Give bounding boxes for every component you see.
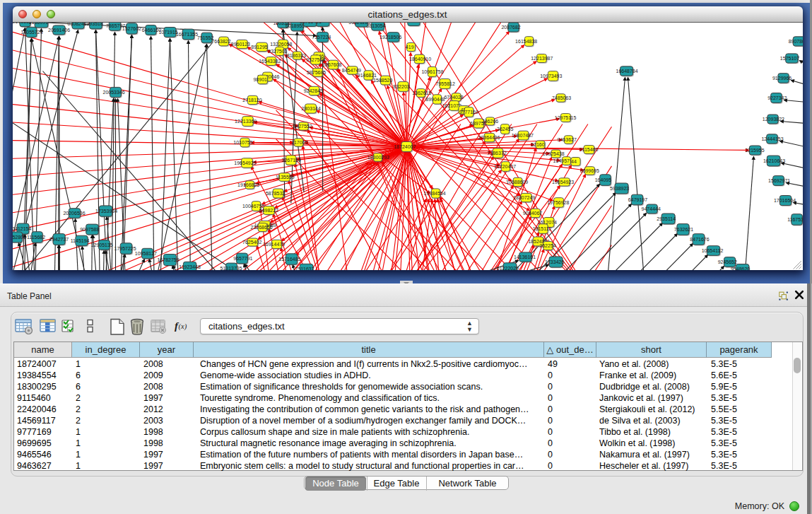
svg-text:(x): (x) <box>179 322 187 331</box>
svg-text:10961758: 10961758 <box>421 69 443 74</box>
svg-text:9327503: 9327503 <box>268 48 287 53</box>
svg-text:20364436: 20364436 <box>478 134 500 139</box>
svg-text:16782759: 16782759 <box>157 257 179 262</box>
svg-text:56321223: 56321223 <box>348 23 370 25</box>
svg-text:14055724: 14055724 <box>20 29 42 34</box>
svg-text:2867608: 2867608 <box>322 62 341 66</box>
svg-text:7632621: 7632621 <box>673 226 693 231</box>
svg-text:12213369: 12213369 <box>235 118 257 123</box>
svg-text:15716485: 15716485 <box>278 256 300 261</box>
svg-text:7625402: 7625402 <box>242 239 261 244</box>
svg-text:7955812: 7955812 <box>435 81 454 86</box>
svg-text:9242845: 9242845 <box>303 88 322 93</box>
svg-text:7357224: 7357224 <box>312 34 331 39</box>
svg-text:1993518: 1993518 <box>83 23 102 26</box>
svg-text:12444153: 12444153 <box>761 136 783 141</box>
svg-text:1527602: 1527602 <box>122 25 141 30</box>
svg-text:6794028: 6794028 <box>444 94 463 99</box>
svg-text:5938923: 5938923 <box>609 185 628 190</box>
svg-text:7511637: 7511637 <box>295 266 314 270</box>
svg-text:10807487: 10807487 <box>511 132 533 137</box>
svg-text:9474444: 9474444 <box>641 206 660 211</box>
svg-text:16671355: 16671355 <box>175 31 197 36</box>
svg-text:9129966: 9129966 <box>772 75 791 80</box>
svg-text:3852808: 3852808 <box>13 234 26 239</box>
svg-text:1145194: 1145194 <box>70 238 89 243</box>
svg-text:164095: 164095 <box>594 177 611 182</box>
svg-text:11923448: 11923448 <box>179 264 201 269</box>
svg-text:2935114: 2935114 <box>657 216 676 221</box>
svg-text:15692971: 15692971 <box>768 177 790 182</box>
svg-text:10958127: 10958127 <box>134 250 156 255</box>
svg-text:1733426: 1733426 <box>545 259 564 264</box>
svg-text:1115682: 1115682 <box>26 234 45 239</box>
svg-text:9146821: 9146821 <box>357 72 376 77</box>
svg-text:1010755: 1010755 <box>233 139 252 144</box>
svg-text:5875685: 5875685 <box>306 69 325 74</box>
svg-text:16154838: 16154838 <box>515 38 537 43</box>
svg-text:9777169: 9777169 <box>459 109 478 114</box>
svg-text:9463627: 9463627 <box>557 136 576 141</box>
svg-text:18640910: 18640910 <box>409 56 431 61</box>
svg-text:2087682: 2087682 <box>501 24 520 29</box>
svg-text:19166825: 19166825 <box>237 182 259 187</box>
svg-text:9227342: 9227342 <box>767 95 787 100</box>
svg-text:8471676: 8471676 <box>690 236 709 241</box>
svg-text:419: 419 <box>405 44 413 49</box>
svg-text:20206536: 20206536 <box>63 210 85 215</box>
svg-text:12768426: 12768426 <box>300 23 322 24</box>
svg-text:9699695: 9699695 <box>579 168 599 173</box>
svg-text:16914479: 16914479 <box>262 241 284 246</box>
svg-text:3267150: 3267150 <box>281 157 300 162</box>
svg-text:17016504: 17016504 <box>773 197 795 202</box>
svg-text:9097588: 9097588 <box>80 226 99 231</box>
svg-text:3186091: 3186091 <box>28 23 47 25</box>
svg-text:5878532: 5878532 <box>265 190 284 195</box>
svg-text:14136161: 14136161 <box>514 254 536 259</box>
svg-text:12093822: 12093822 <box>762 116 784 121</box>
svg-text:61222029: 61222029 <box>496 265 518 270</box>
svg-text:746266: 746266 <box>481 118 498 123</box>
svg-text:891295: 891295 <box>251 44 267 49</box>
svg-text:23268656: 23268656 <box>250 224 272 229</box>
svg-text:9548620: 9548620 <box>730 266 749 270</box>
svg-text:18724007: 18724007 <box>394 144 416 148</box>
svg-text:10025438: 10025438 <box>542 151 564 156</box>
svg-text:362455: 362455 <box>497 126 513 131</box>
svg-text:12975115: 12975115 <box>554 115 576 119</box>
svg-text:44: 44 <box>571 158 577 163</box>
svg-text:17957225: 17957225 <box>114 245 136 250</box>
svg-text:18807249: 18807249 <box>513 194 535 199</box>
svg-text:16210643: 16210643 <box>763 158 784 163</box>
svg-text:4402685: 4402685 <box>402 23 421 23</box>
svg-text:1135559: 1135559 <box>275 174 294 179</box>
svg-text:18300293: 18300293 <box>367 154 389 159</box>
svg-text:8907866: 8907866 <box>788 38 802 43</box>
svg-text:9245652: 9245652 <box>717 259 736 264</box>
svg-text:1071915: 1071915 <box>158 29 177 34</box>
svg-text:9327508: 9327508 <box>305 57 324 62</box>
svg-text:19654923: 19654923 <box>552 179 574 184</box>
svg-text:13226058: 13226058 <box>270 41 292 46</box>
svg-text:217005: 217005 <box>291 139 307 144</box>
svg-text:10654112: 10654112 <box>701 247 723 252</box>
svg-text:832203: 832203 <box>393 83 409 88</box>
svg-text:2942737: 2942737 <box>49 236 68 241</box>
svg-text:8454749: 8454749 <box>341 67 360 72</box>
svg-text:1167534: 1167534 <box>787 216 803 221</box>
svg-text:98901: 98901 <box>253 76 267 81</box>
svg-text:9115460: 9115460 <box>579 146 598 151</box>
svg-text:252254: 252254 <box>539 243 555 247</box>
svg-text:2718120: 2718120 <box>242 97 261 102</box>
svg-text:19756928: 19756928 <box>547 199 569 204</box>
svg-text:16648784: 16648784 <box>616 68 637 73</box>
svg-text:16543382: 16543382 <box>259 58 281 63</box>
svg-text:12213987: 12213987 <box>531 55 553 60</box>
svg-text:8186323: 8186323 <box>286 52 305 57</box>
svg-text:1815112: 1815112 <box>532 226 551 230</box>
svg-text:7386372: 7386372 <box>487 150 506 155</box>
svg-text:9657791: 9657791 <box>233 255 252 260</box>
svg-text:1575107: 1575107 <box>779 55 799 60</box>
svg-text:1362615: 1362615 <box>412 90 431 95</box>
svg-text:6479197: 6479197 <box>628 197 647 201</box>
